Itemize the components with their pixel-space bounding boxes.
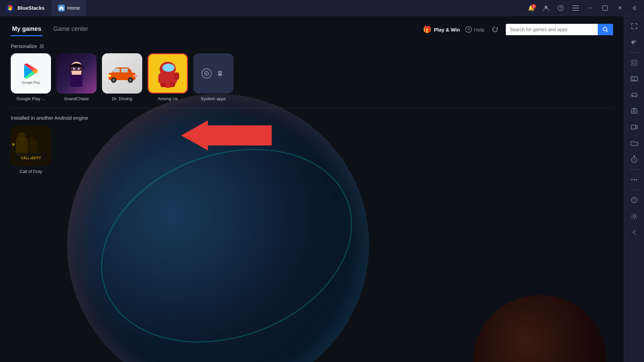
svg-point-76 xyxy=(636,179,637,180)
menu-button[interactable] xyxy=(569,3,582,13)
home-tab[interactable]: Home xyxy=(51,0,87,16)
expand-button[interactable] xyxy=(628,3,641,13)
more-dots-icon xyxy=(631,179,638,181)
gamepad-icon xyxy=(631,92,638,98)
help-button[interactable]: ? Help xyxy=(465,26,484,33)
sidebar-volume-button[interactable] xyxy=(627,35,642,50)
search-bar xyxy=(506,24,613,35)
profile-button[interactable] xyxy=(539,3,553,13)
sidebar-keyboard-button[interactable] xyxy=(627,71,642,86)
volume-mute-icon xyxy=(631,39,638,46)
sidebar-divider-3 xyxy=(629,190,640,190)
window-controls: 🔔 3 ? − xyxy=(525,3,644,13)
sidebar-gamepad-button[interactable] xyxy=(627,87,642,102)
search-button[interactable] xyxy=(598,24,613,35)
another-engine-section: Installed in another Android engine xyxy=(0,115,624,174)
right-sidebar: ? xyxy=(624,16,644,362)
svg-point-69 xyxy=(635,96,636,97)
svg-rect-17 xyxy=(70,73,83,87)
game-card-system-apps[interactable]: System apps xyxy=(193,53,233,101)
cod-art: CALL⬥DUTY xyxy=(12,128,49,165)
google-play-label: Google Play xyxy=(22,81,40,84)
top-navigation: My games Game center 🎁 Play & Win ? Help xyxy=(0,16,624,36)
svg-point-47 xyxy=(17,132,25,142)
keyboard-icon xyxy=(631,76,638,81)
notification-badge: 3 xyxy=(531,4,536,9)
dotted-grid-icon xyxy=(631,59,638,66)
svg-rect-72 xyxy=(631,125,636,129)
svg-point-79 xyxy=(633,215,635,217)
help-titlebar-button[interactable]: ? xyxy=(554,3,568,13)
svg-text:?: ? xyxy=(559,6,562,11)
svg-point-75 xyxy=(634,179,635,180)
sidebar-divider-2 xyxy=(629,169,640,170)
sidebar-divider-1 xyxy=(629,52,640,53)
sidebar-video-button[interactable] xyxy=(627,120,642,134)
restore-icon xyxy=(602,5,608,11)
sidebar-more-button[interactable] xyxy=(627,172,642,187)
tab-label: Home xyxy=(67,5,80,11)
svg-rect-26 xyxy=(121,68,128,72)
system-apps-thumb xyxy=(193,53,233,94)
svg-rect-61 xyxy=(636,77,636,78)
close-icon: ✕ xyxy=(618,5,622,11)
sidebar-grid-button[interactable] xyxy=(627,55,642,70)
personalize-grid-icon[interactable]: ⊞ xyxy=(40,43,44,49)
svg-rect-25 xyxy=(113,68,120,72)
help-icon: ? xyxy=(465,26,472,33)
restore-button[interactable] xyxy=(598,3,612,13)
game-name-google-play: Google Play ... xyxy=(16,96,45,101)
refresh-button[interactable] xyxy=(490,24,500,35)
sidebar-folder-button[interactable] xyxy=(627,136,642,150)
titlebar-logo: BlueStacks xyxy=(0,3,50,13)
svg-rect-11 xyxy=(603,6,607,10)
svg-point-28 xyxy=(112,79,115,81)
svg-rect-64 xyxy=(634,79,635,79)
dr-driving-thumb xyxy=(102,53,142,94)
profile-icon xyxy=(543,5,549,11)
svg-rect-60 xyxy=(634,77,635,78)
svg-rect-62 xyxy=(632,79,632,79)
svg-point-30 xyxy=(129,79,132,81)
sidebar-back-button[interactable] xyxy=(627,225,642,240)
notification-button[interactable]: 🔔 3 xyxy=(525,3,538,13)
svg-point-5 xyxy=(545,6,547,8)
svg-rect-63 xyxy=(633,79,634,79)
game-card-among-us[interactable]: Among Us xyxy=(148,53,188,101)
game-card-dr-driving[interactable]: Dr. Driving xyxy=(102,53,142,101)
game-card-grandchase[interactable]: GrandChase xyxy=(56,53,97,101)
svg-rect-37 xyxy=(174,72,179,80)
svg-line-15 xyxy=(606,31,608,32)
svg-rect-32 xyxy=(133,75,137,77)
among-us-character xyxy=(154,58,181,88)
search-icon xyxy=(602,26,608,33)
minimize-button[interactable]: − xyxy=(584,3,597,13)
play-win-button[interactable]: 🎁 Play & Win xyxy=(423,25,460,34)
sidebar-settings-button[interactable] xyxy=(627,209,642,224)
close-button[interactable]: ✕ xyxy=(613,3,627,13)
home-tab-icon xyxy=(58,5,65,11)
help-label: Help xyxy=(474,27,484,33)
screenshot-icon xyxy=(631,108,638,114)
game-card-call-of-duty[interactable]: CALL⬥DUTY Call of Duty xyxy=(11,126,51,174)
minimize-icon: − xyxy=(589,5,592,11)
sidebar-timer-button[interactable] xyxy=(627,152,642,167)
sidebar-help-button[interactable]: ? xyxy=(627,193,642,207)
back-arrow-icon xyxy=(631,229,638,236)
sidebar-screenshot-button[interactable] xyxy=(627,104,642,118)
svg-point-68 xyxy=(635,95,636,96)
brand-name: BlueStacks xyxy=(17,5,45,11)
svg-rect-56 xyxy=(635,63,637,65)
help-circle-icon: ? xyxy=(557,5,564,11)
my-games-tab[interactable]: My games xyxy=(11,23,43,36)
personalize-label: Personalize xyxy=(11,43,37,49)
game-name-call-of-duty: Call of Duty xyxy=(19,169,42,174)
search-input[interactable] xyxy=(506,24,598,35)
svg-text:?: ? xyxy=(467,27,470,32)
game-card-google-play[interactable]: Google Play Google Play ... xyxy=(11,53,51,101)
svg-rect-8 xyxy=(572,5,579,6)
sidebar-fullscreen-button[interactable] xyxy=(627,19,642,34)
chevron-left-double-icon xyxy=(632,5,638,11)
game-center-tab[interactable]: Game center xyxy=(52,23,90,36)
svg-text:CALL⬥DUTY: CALL⬥DUTY xyxy=(21,156,41,160)
